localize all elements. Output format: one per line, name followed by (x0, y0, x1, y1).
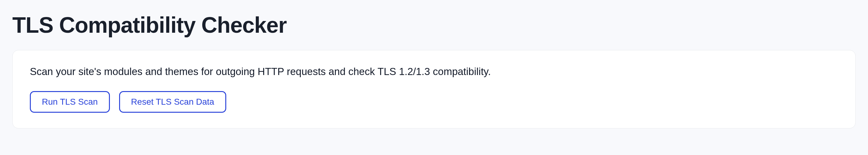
main-card: Scan your site's modules and themes for … (12, 50, 856, 128)
card-description: Scan your site's modules and themes for … (30, 66, 838, 78)
button-row: Run TLS Scan Reset TLS Scan Data (30, 91, 838, 113)
reset-tls-scan-data-button[interactable]: Reset TLS Scan Data (119, 91, 226, 113)
page-title: TLS Compatibility Checker (12, 12, 856, 38)
run-tls-scan-button[interactable]: Run TLS Scan (30, 91, 110, 113)
